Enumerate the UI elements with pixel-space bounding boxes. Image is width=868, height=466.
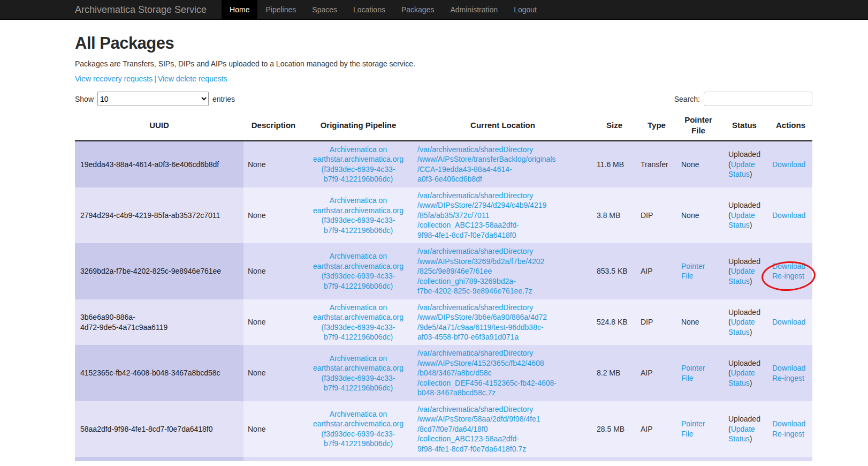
search-input[interactable]: [704, 92, 812, 106]
package-uuid: 3b6e6a90-886a- 4d72-9de5-4a71c9aa6119: [75, 299, 243, 345]
package-description: None: [243, 243, 303, 299]
location-link[interactable]: /var/archivematica/sharedDirectory /www/…: [417, 145, 555, 183]
status-cell: Uploaded (Update Status): [720, 243, 769, 299]
package-uuid: 3269bd2a-f7be-4202-825c-9e8946e761ee: [75, 243, 243, 299]
package-size: 28.5 MB: [592, 401, 636, 457]
download-link[interactable]: Download: [772, 317, 808, 327]
quick-links: View recovery requests|View delete reque…: [75, 74, 812, 83]
pointer-file-link[interactable]: Pointer File: [681, 419, 705, 438]
col-header-uuid[interactable]: UUID: [75, 111, 243, 141]
nav-home[interactable]: Home: [222, 0, 257, 19]
package-uuid: 58aa2dfd-9f98-4fe1-8cd7-f0e7da6418f0: [75, 401, 243, 457]
pipeline-link[interactable]: Archivematica on earthstar.archivematica…: [313, 354, 403, 392]
reingest-link[interactable]: Re-ingest: [772, 429, 808, 439]
app-brand[interactable]: Archivematica Storage Service: [75, 0, 207, 19]
package-uuid: 19edda43-88a4-4614-a0f3-6e406cd6b8df: [75, 141, 243, 187]
package-description: None: [243, 345, 303, 401]
download-link[interactable]: Download: [772, 419, 808, 429]
status-cell: Uploaded (Update Status): [720, 345, 769, 401]
link-separator: |: [154, 74, 156, 83]
table-header-row: UUID Description Originating Pipeline Cu…: [75, 111, 812, 141]
download-link[interactable]: Download: [772, 363, 808, 373]
location-link[interactable]: /var/archivematica/sharedDirectory /www/…: [417, 303, 547, 341]
top-navbar: Archivematica Storage Service Home Pipel…: [0, 0, 868, 20]
col-header-originating-pipeline[interactable]: Originating Pipeline: [303, 111, 413, 141]
col-header-current-location[interactable]: Current Location: [413, 111, 592, 141]
pipeline-link[interactable]: Archivematica on earthstar.archivematica…: [313, 410, 403, 448]
status-text: ): [750, 328, 752, 336]
package-type: AIP: [636, 401, 677, 457]
pointer-file-none: None: [681, 160, 699, 169]
reingest-link[interactable]: Re-ingest: [772, 272, 804, 280]
location-link[interactable]: /var/archivematica/sharedDirectory /www/…: [417, 349, 557, 397]
package-description: None: [243, 187, 303, 243]
download-link[interactable]: Download: [772, 211, 808, 220]
view-delete-requests-link[interactable]: View delete requests: [158, 74, 227, 83]
table-row: 58aa2dfd-9f98-4fe1-8cd7-f0e7da6418f0 Non…: [75, 401, 812, 457]
pointer-file-cell: Pointer File: [677, 243, 720, 299]
status-cell: Uploaded (Update Status): [720, 299, 769, 345]
page-size-select[interactable]: 10: [97, 92, 209, 106]
pipeline-link[interactable]: Archivematica on earthstar.archivematica…: [313, 145, 403, 183]
table-row: 2794d294-c4b9-4219-85fa-ab35372c7011 Non…: [75, 187, 812, 243]
search-label: Search:: [674, 95, 700, 103]
col-header-status[interactable]: Status: [720, 111, 769, 141]
pointer-file-none: None: [681, 318, 699, 326]
nav-pipelines[interactable]: Pipelines: [257, 0, 304, 19]
download-link[interactable]: Download: [772, 261, 808, 271]
package-type: Transfer: [636, 141, 677, 187]
package-type: DIP: [636, 187, 677, 243]
pipeline-link[interactable]: Archivematica on earthstar.archivematica…: [313, 303, 403, 341]
page-title: All Packages: [75, 34, 812, 53]
nav-logout[interactable]: Logout: [506, 0, 545, 19]
status-text: ): [750, 277, 752, 285]
col-header-type[interactable]: Type: [636, 111, 677, 141]
package-type: AIP: [636, 243, 677, 299]
table-row: 3269bd2a-f7be-4202-825c-9e8946e761ee Non…: [75, 243, 812, 299]
status-cell: Uploaded (Update Status): [720, 187, 769, 243]
location-link[interactable]: /var/archivematica/sharedDirectory /www/…: [417, 191, 546, 239]
status-text: ): [750, 379, 752, 387]
table-controls: Show 10 entries Search:: [75, 92, 812, 106]
entries-label: entries: [212, 95, 235, 103]
pointer-file-link[interactable]: Pointer File: [681, 262, 705, 280]
view-recovery-requests-link[interactable]: View recovery requests: [75, 74, 153, 83]
status-cell: Uploaded (Update Status): [720, 141, 769, 187]
location-link[interactable]: /var/archivematica/sharedDirectory /www/…: [417, 247, 544, 295]
package-size: 524.8 KB: [592, 299, 636, 345]
nav-locations[interactable]: Locations: [345, 0, 393, 19]
location-link[interactable]: /var/archivematica/sharedDirectory /www/…: [417, 405, 540, 453]
pointer-file-cell: Pointer File: [677, 401, 720, 457]
package-size: 11.6 MB: [592, 141, 636, 187]
table-row: 4152365c-fb42-4608-b048-3467a8bcd58c Non…: [75, 345, 812, 401]
package-description: None: [243, 141, 303, 187]
nav-packages[interactable]: Packages: [393, 0, 442, 19]
nav-administration[interactable]: Administration: [442, 0, 506, 19]
download-link[interactable]: Download: [772, 160, 808, 169]
col-header-size[interactable]: Size: [592, 111, 636, 141]
table-row: 3b6e6a90-886a- 4d72-9de5-4a71c9aa6119 No…: [75, 299, 812, 345]
col-header-pointer-file[interactable]: Pointer File: [677, 111, 720, 141]
packages-table: UUID Description Originating Pipeline Cu…: [75, 111, 812, 461]
package-type: AIP: [636, 345, 677, 401]
col-header-description[interactable]: Description: [243, 111, 303, 141]
reingest-link[interactable]: Re-ingest: [772, 373, 808, 383]
pipeline-link[interactable]: Archivematica on earthstar.archivematica…: [313, 252, 403, 290]
col-header-actions[interactable]: Actions: [769, 111, 812, 141]
package-description: None: [243, 401, 303, 457]
status-text: ): [750, 434, 752, 443]
package-size: 8.2 MB: [592, 345, 636, 401]
pipeline-link[interactable]: Archivematica on earthstar.archivematica…: [313, 196, 403, 234]
status-text: ): [750, 170, 752, 178]
package-description: None: [243, 299, 303, 345]
search-control: Search:: [674, 92, 812, 106]
table-row-partial: [75, 457, 812, 461]
package-type: DIP: [636, 299, 677, 345]
pointer-file-link[interactable]: Pointer File: [681, 364, 705, 382]
package-size: 853.5 KB: [592, 243, 636, 299]
package-uuid: 2794d294-c4b9-4219-85fa-ab35372c7011: [75, 187, 243, 243]
nav-spaces[interactable]: Spaces: [304, 0, 345, 19]
show-label: Show: [75, 95, 94, 103]
pointer-file-cell: None: [677, 187, 720, 243]
page-subtitle: Packages are Transfers, SIPs, DIPs and A…: [75, 59, 812, 68]
